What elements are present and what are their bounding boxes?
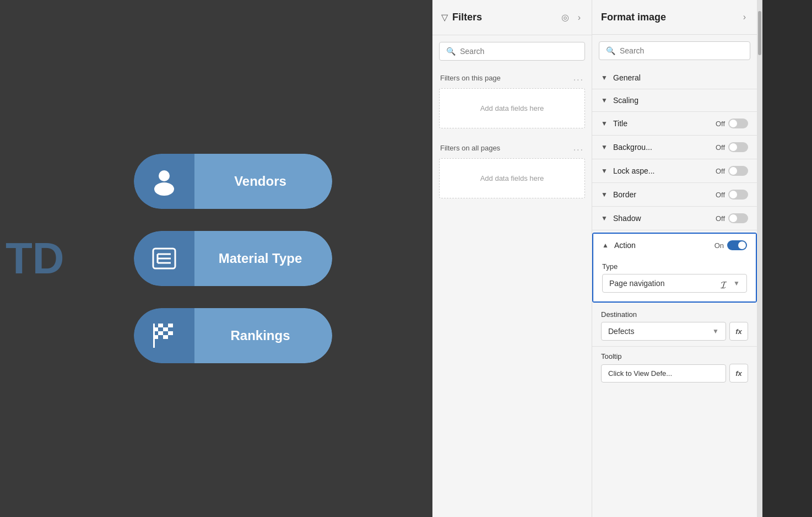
material-type-button[interactable]: Material Type: [134, 231, 332, 286]
action-chevron: ▲: [602, 241, 611, 249]
svg-rect-10: [163, 324, 168, 327]
add-fields-all-pages-label: Add data fields here: [480, 174, 544, 182]
filters-expand-button[interactable]: ›: [576, 10, 583, 25]
lock-aspect-row[interactable]: ▼ Lock aspe... Off: [592, 159, 757, 182]
rankings-label: Rankings: [194, 308, 332, 363]
scroll-thumb: [758, 11, 761, 55]
td-text: TD: [6, 233, 64, 284]
border-toggle[interactable]: [728, 190, 748, 200]
title-toggle-label: Off: [716, 120, 725, 128]
svg-rect-21: [158, 335, 163, 339]
destination-value: Defects: [608, 327, 634, 336]
filters-title: Filters: [452, 12, 555, 23]
vendors-label: Vendors: [194, 154, 332, 209]
filters-on-page-header: Filters on this page ...: [432, 67, 592, 86]
lock-aspect-toggle[interactable]: [728, 166, 748, 176]
destination-label: Destination: [601, 310, 748, 319]
border-label: Border: [613, 190, 712, 199]
format-expand-button[interactable]: ›: [741, 10, 748, 24]
shadow-toggle-label: Off: [716, 214, 725, 223]
section-background: ▼ Backgrou... Off: [592, 136, 757, 159]
svg-rect-18: [163, 331, 168, 335]
background-toggle[interactable]: [728, 142, 748, 152]
general-chevron: ▼: [601, 74, 610, 82]
destination-section: Destination Defects ▼ fx: [592, 305, 757, 347]
scaling-label: Scaling: [613, 96, 748, 105]
action-type-dropdown[interactable]: Page navigation ▼ 𝓘: [602, 274, 747, 293]
title-chevron: ▼: [601, 120, 610, 127]
svg-rect-19: [168, 331, 173, 335]
destination-dropdown[interactable]: Defects ▼: [601, 322, 726, 341]
section-title: ▼ Title Off: [592, 112, 757, 136]
general-row[interactable]: ▼ General: [592, 67, 757, 89]
section-scaling: ▼ Scaling: [592, 89, 757, 112]
scaling-row[interactable]: ▼ Scaling: [592, 89, 757, 111]
tooltip-row: Click to View Defe... fx: [601, 364, 748, 383]
filters-search-input[interactable]: [460, 47, 578, 56]
svg-rect-11: [168, 324, 173, 327]
format-search-icon: 🔍: [606, 46, 615, 55]
filters-on-all-pages-header: Filters on all pages ...: [432, 137, 592, 156]
tooltip-label: Tooltip: [601, 352, 748, 360]
lock-aspect-chevron: ▼: [601, 167, 610, 175]
svg-rect-24: [153, 324, 155, 348]
shadow-row[interactable]: ▼ Shadow Off: [592, 207, 757, 230]
filters-on-page-label: Filters on this page: [440, 74, 501, 82]
title-label: Title: [613, 119, 712, 128]
material-type-icon-bg: [134, 231, 194, 286]
svg-rect-15: [168, 327, 173, 331]
filters-panel: ▽ Filters ◎ › 🔍 Filters on this page ...…: [432, 0, 592, 517]
format-title: Format image: [601, 12, 737, 23]
svg-point-0: [159, 170, 170, 181]
filter-icon: ▽: [441, 12, 448, 23]
filters-search-icon: 🔍: [446, 47, 456, 56]
shadow-toggle[interactable]: [728, 213, 748, 223]
rankings-button[interactable]: Rankings: [134, 308, 332, 363]
background-toggle-label: Off: [716, 143, 725, 152]
vendors-button[interactable]: Vendors: [134, 154, 332, 209]
material-type-label: Material Type: [194, 231, 332, 286]
rankings-icon-bg: [134, 308, 194, 363]
canvas-area: TD Vendors Materi: [0, 0, 432, 517]
svg-rect-13: [158, 327, 163, 331]
svg-rect-22: [163, 335, 168, 339]
flag-icon: [150, 321, 178, 350]
destination-fx-button[interactable]: fx: [729, 322, 748, 341]
title-row[interactable]: ▼ Title Off: [592, 112, 757, 135]
border-row[interactable]: ▼ Border Off: [592, 183, 757, 206]
lock-aspect-toggle-container: Off: [716, 166, 748, 176]
scaling-chevron: ▼: [601, 96, 610, 104]
filters-on-page-dots[interactable]: ...: [573, 73, 584, 83]
filters-eye-button[interactable]: ◎: [559, 10, 571, 25]
action-type-label: Type: [602, 262, 747, 271]
format-header: Format image ›: [592, 0, 757, 35]
title-toggle[interactable]: [728, 119, 748, 128]
background-chevron: ▼: [601, 143, 610, 151]
filters-on-all-pages-label: Filters on all pages: [440, 144, 500, 152]
destination-fx-label: fx: [735, 327, 742, 336]
svg-rect-9: [158, 324, 163, 327]
format-search-input[interactable]: [620, 46, 743, 55]
section-border: ▼ Border Off: [592, 183, 757, 207]
lock-aspect-toggle-label: Off: [716, 167, 725, 175]
background-row[interactable]: ▼ Backgrou... Off: [592, 136, 757, 159]
filters-on-all-pages-dots[interactable]: ...: [573, 143, 584, 153]
svg-rect-23: [168, 335, 173, 339]
filters-search-box[interactable]: 🔍: [439, 42, 585, 61]
format-panel: Format image › 🔍 ▼ General ▼ Scaling ▼: [592, 0, 757, 517]
action-body: Type Page navigation ▼ 𝓘: [593, 257, 756, 301]
format-search-box[interactable]: 🔍: [599, 41, 750, 60]
tooltip-fx-button[interactable]: fx: [729, 364, 748, 383]
destination-dropdown-arrow-icon: ▼: [712, 327, 719, 335]
shadow-chevron: ▼: [601, 214, 610, 222]
add-fields-all-pages[interactable]: Add data fields here: [439, 158, 585, 198]
right-scrollbar[interactable]: [757, 0, 762, 517]
shadow-label: Shadow: [613, 214, 712, 223]
add-fields-page[interactable]: Add data fields here: [439, 88, 585, 128]
general-label: General: [613, 73, 748, 82]
background-toggle-container: Off: [716, 142, 748, 152]
action-toggle[interactable]: [727, 240, 747, 250]
action-toggle-label: On: [714, 241, 724, 250]
section-lock-aspect: ▼ Lock aspe... Off: [592, 159, 757, 183]
action-row[interactable]: ▲ Action On: [593, 234, 756, 257]
